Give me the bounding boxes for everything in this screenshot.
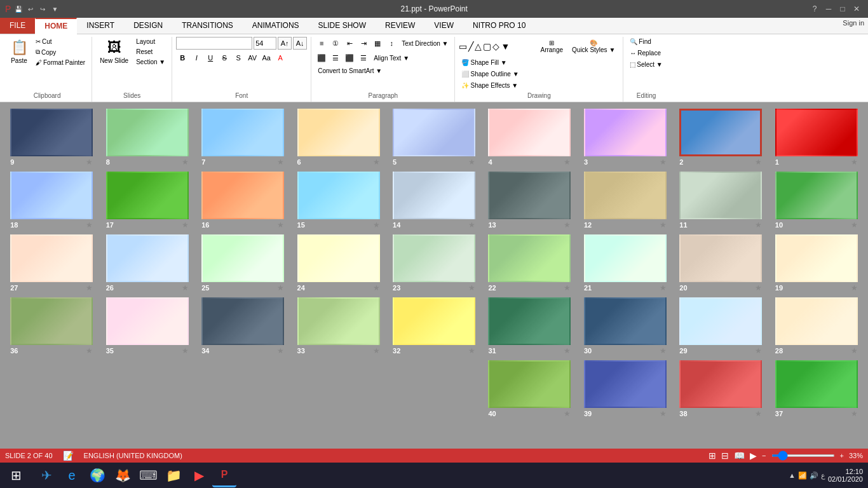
- slide-star-40[interactable]: ★: [564, 409, 571, 418]
- slide-thumb-6[interactable]: ★6: [293, 109, 383, 166]
- slide-star-6[interactable]: ★: [373, 158, 380, 166]
- shape-outline-button[interactable]: ⬜ Shape Outline ▼: [459, 69, 521, 79]
- slide-thumb-16[interactable]: ★16: [198, 172, 288, 229]
- slide-thumb-28[interactable]: ★28: [771, 297, 862, 355]
- shape-rounded[interactable]: ▢: [483, 41, 491, 51]
- taskbar-powerpoint[interactable]: P: [212, 463, 236, 487]
- slide-thumb-19[interactable]: ★19: [771, 234, 862, 292]
- taskbar-keyboard[interactable]: ⌨: [136, 463, 160, 487]
- decrease-indent-button[interactable]: ⇤: [343, 37, 356, 50]
- slide-thumb-5[interactable]: ★5: [389, 109, 479, 166]
- arrange-button[interactable]: ⊞ Arrange: [536, 37, 567, 56]
- systray-network[interactable]: 📶: [798, 471, 807, 480]
- view-slideshow-icon[interactable]: ▶: [750, 451, 757, 461]
- slide-thumb-22[interactable]: ★22: [484, 234, 574, 292]
- tab-insert[interactable]: INSERT: [77, 18, 124, 34]
- shape-line[interactable]: ╱: [468, 41, 473, 51]
- slide-thumb-31[interactable]: ★31: [484, 297, 574, 355]
- customize-icon[interactable]: ▼: [50, 4, 60, 14]
- slide-star-17[interactable]: ★: [182, 220, 189, 229]
- bold-button[interactable]: B: [176, 51, 189, 64]
- slide-star-33[interactable]: ★: [373, 346, 380, 355]
- font-name-input[interactable]: [176, 37, 252, 50]
- tab-home[interactable]: HOME: [35, 18, 77, 34]
- shadow-button[interactable]: S: [232, 51, 245, 64]
- slide-thumb-21[interactable]: ★21: [580, 234, 670, 292]
- format-painter-button[interactable]: 🖌 Format Painter: [33, 58, 88, 67]
- slide-thumb-3[interactable]: ★3: [580, 109, 670, 166]
- slide-star-15[interactable]: ★: [373, 220, 380, 229]
- zoom-in-icon[interactable]: +: [840, 452, 844, 459]
- cut-button[interactable]: ✂ Cut: [33, 37, 88, 46]
- tab-design[interactable]: DESIGN: [124, 18, 172, 34]
- slide-thumb-2[interactable]: ★2: [675, 109, 766, 166]
- view-normal-icon[interactable]: ⊞: [709, 451, 716, 461]
- text-direction-button[interactable]: Text Direction ▼: [399, 39, 451, 48]
- slide-thumb-32[interactable]: ★32: [389, 297, 479, 355]
- slide-thumb-20[interactable]: ★20: [675, 234, 766, 292]
- slide-star-22[interactable]: ★: [564, 283, 571, 292]
- slide-star-30[interactable]: ★: [660, 346, 667, 355]
- slide-star-8[interactable]: ★: [182, 158, 189, 166]
- tab-file[interactable]: FILE: [0, 18, 35, 34]
- strikethrough-button[interactable]: S: [218, 51, 231, 64]
- slide-star-27[interactable]: ★: [86, 283, 93, 292]
- slide-thumb-12[interactable]: ★12: [580, 172, 670, 229]
- shape-diamond[interactable]: ◇: [492, 41, 499, 51]
- increase-indent-button[interactable]: ⇥: [357, 37, 370, 50]
- slide-thumb-7[interactable]: ★7: [198, 109, 288, 166]
- slide-thumb-8[interactable]: ★8: [102, 109, 192, 166]
- slide-star-1[interactable]: ★: [851, 158, 858, 166]
- slide-star-39[interactable]: ★: [660, 409, 667, 418]
- taskbar-telegram[interactable]: ✈: [34, 463, 58, 487]
- taskbar-explorer[interactable]: 📁: [161, 463, 186, 487]
- windows-start-button[interactable]: ⊞: [0, 463, 32, 488]
- slide-thumb-26[interactable]: ★26: [102, 234, 192, 292]
- shape-triangle[interactable]: △: [475, 41, 482, 51]
- slide-thumb-40[interactable]: ★40: [484, 360, 574, 418]
- replace-button[interactable]: ↔ Replace: [627, 48, 663, 58]
- align-center-button[interactable]: ☰: [329, 51, 342, 64]
- systray-lang[interactable]: ع: [821, 471, 825, 480]
- maximize-button[interactable]: □: [836, 3, 849, 15]
- slide-thumb-34[interactable]: ★34: [198, 297, 288, 355]
- line-spacing-button[interactable]: ↕: [385, 37, 398, 50]
- view-reading-icon[interactable]: 📖: [734, 451, 745, 461]
- shape-effects-button[interactable]: ✨ Shape Effects ▼: [459, 81, 520, 90]
- copy-button[interactable]: ⧉ Copy: [33, 47, 88, 57]
- slide-thumb-35[interactable]: ★35: [102, 297, 192, 355]
- taskbar-firefox[interactable]: 🦊: [111, 463, 135, 487]
- redo-icon[interactable]: ↪: [37, 4, 48, 14]
- minimize-button[interactable]: ─: [822, 3, 835, 15]
- align-text-button[interactable]: Align Text ▼: [371, 53, 412, 63]
- slide-star-29[interactable]: ★: [755, 346, 762, 355]
- slide-star-9[interactable]: ★: [86, 158, 93, 166]
- decrease-font-button[interactable]: A↓: [293, 37, 307, 50]
- slide-star-32[interactable]: ★: [468, 346, 475, 355]
- notes-icon[interactable]: 📝: [63, 451, 74, 461]
- reset-button[interactable]: Reset: [133, 47, 168, 57]
- slide-thumb-17[interactable]: ★17: [102, 172, 192, 229]
- new-slide-button[interactable]: 🖼 New Slide: [96, 37, 132, 67]
- tab-review[interactable]: REVIEW: [376, 18, 424, 34]
- slide-thumb-4[interactable]: ★4: [484, 109, 574, 166]
- layout-button[interactable]: Layout: [133, 37, 168, 46]
- case-button[interactable]: Aa: [260, 51, 273, 64]
- tab-nitro[interactable]: NITRO PRO 10: [463, 18, 535, 34]
- shape-fill-button[interactable]: 🪣 Shape Fill ▼: [459, 58, 509, 67]
- italic-button[interactable]: I: [190, 51, 203, 64]
- tab-slideshow[interactable]: SLIDE SHOW: [309, 18, 376, 34]
- slide-star-14[interactable]: ★: [468, 220, 475, 229]
- slide-thumb-25[interactable]: ★25: [198, 234, 288, 292]
- slide-thumb-11[interactable]: ★11: [675, 172, 766, 229]
- systray-expand[interactable]: ▲: [789, 471, 796, 479]
- slide-thumb-15[interactable]: ★15: [293, 172, 383, 229]
- zoom-slider[interactable]: [771, 454, 835, 457]
- section-button[interactable]: Section ▼: [133, 57, 168, 67]
- shape-more[interactable]: ▼: [501, 41, 510, 51]
- columns-button[interactable]: ▦: [371, 37, 384, 50]
- tab-view[interactable]: VIEW: [424, 18, 463, 34]
- paste-button[interactable]: 📋 Paste: [6, 37, 32, 67]
- quick-styles-button[interactable]: 🎨 Quick Styles ▼: [568, 37, 619, 56]
- slide-star-16[interactable]: ★: [277, 220, 284, 229]
